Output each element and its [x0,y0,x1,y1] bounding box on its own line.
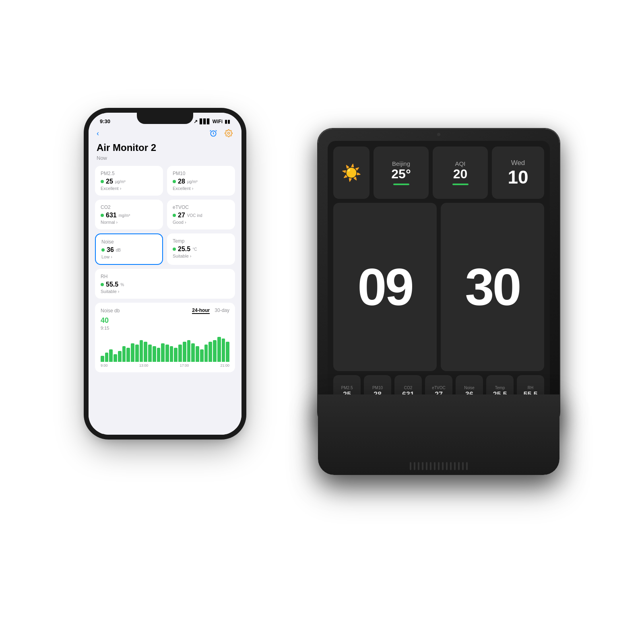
metric-noise-unit: dB [116,248,121,252]
device-date-card: Wed 10 [492,147,544,199]
device-city-card: Beijing 25° [374,147,429,199]
metric-etvoc-status: Good › [173,220,229,225]
metric-pm10-label: PM10 [173,171,229,176]
chart-bar-23 [200,349,204,362]
device-aqi-card: AQI 20 [433,147,488,199]
metric-temp-value: 25.5 [178,246,190,253]
chart-bar-26 [213,340,217,362]
metric-pm25[interactable]: PM2.5 25 μg/m³ Excellent › [95,166,163,196]
metric-temp[interactable]: Temp 25.5 °C Suitable › [167,233,235,265]
chart-bar-18 [178,345,182,362]
device-aqi-bar [452,184,469,185]
metric-etvoc-label: eTVOC [173,204,229,210]
alarm-icon[interactable] [208,128,218,138]
chart-bar-11 [148,345,152,362]
metric-noise[interactable]: Noise 36 dB Low › [95,233,163,265]
metric-pm10-status: Excellent › [173,186,229,191]
metric-temp-unit: °C [192,247,197,252]
device-housing: ☀️ Beijing 25° AQI 20 [318,129,559,427]
metric-pm25-status: Excellent › [101,186,157,191]
device-top-row: ☀️ Beijing 25° AQI 20 [333,147,544,199]
metric-etvoc-unit: VOC ind [187,213,202,218]
chart-bar-20 [187,340,191,362]
sensor-label-6: RH [528,386,533,390]
chart-bar-16 [170,346,173,362]
metric-noise-label: Noise [101,239,157,245]
device-minute: 30 [465,261,520,313]
sensor-label-1: PM10 [372,386,383,390]
metric-noise-status: Low › [101,254,157,259]
chart-title: Noise db [101,308,120,314]
battery-icon: ▮▮ [225,119,230,124]
chart-bar-12 [153,346,156,362]
metric-rh-dot [101,283,104,286]
metric-co2-dot [101,214,104,217]
metric-co2[interactable]: CO2 631 mg/m³ Normal › [95,200,163,229]
device-date: 10 [508,168,528,186]
chart-bars [101,334,229,362]
device-body [318,394,559,475]
weather-icon: ☀️ [341,165,361,181]
device-minute-card: 30 [441,203,544,371]
chart-bar-3 [114,354,117,362]
phone-content: PM2.5 25 μg/m³ Excellent › PM10 [89,166,242,372]
sensor-label-4: Noise [464,386,475,390]
chart-tab-24h[interactable]: 24-hour [192,308,210,314]
chart-bar-17 [174,348,178,362]
scene: 9:30 ↗ ▋▋▋ WiFi ▮▮ ‹ [80,80,564,564]
metric-pm10-unit: μg/m³ [187,180,198,184]
metric-pm10[interactable]: PM10 28 μg/m³ Excellent › [167,166,235,196]
signal-icon: ▋▋▋ [200,119,211,124]
device-hour-card: 09 [333,203,437,371]
metric-co2-label: CO2 [101,204,157,210]
settings-icon[interactable] [224,128,233,138]
metric-co2-value: 631 [106,212,117,219]
metric-rh-label: RH [101,274,229,279]
nav-icons [208,128,233,138]
chart-x-labels: 9:00 13:00 17:00 21:00 [101,363,229,367]
metric-rh-value: 55.5 [106,281,118,288]
chart-bar-19 [183,342,186,362]
device-aqi-value: 20 [453,167,468,181]
chart-bar-4 [118,351,122,362]
metric-pm10-value: 28 [178,178,185,185]
metric-etvoc-value: 27 [178,212,185,219]
device-aqi-label: AQI [455,160,466,167]
chart-bar-8 [135,345,139,362]
sensor-label-2: CO2 [404,386,413,390]
metric-co2-status: Normal › [101,220,157,225]
chart-header: Noise db 24-hour 30-day [101,308,229,314]
back-button[interactable]: ‹ [97,129,99,138]
chart-bar-2 [109,349,113,362]
status-icons: ↗ ▋▋▋ WiFi ▮▮ [194,119,230,124]
metric-rh[interactable]: RH 55.5 % Suitable › [95,269,235,299]
phone-nav: ‹ [89,126,242,142]
chart-time: 9:15 [101,326,229,330]
phone-notch [137,113,193,124]
chart-bar-29 [226,342,229,362]
device-day: Wed [511,159,525,167]
chart-value: 40 [101,316,229,325]
chart-bar-9 [140,340,143,362]
chart-bar-21 [191,343,195,362]
device-hour: 09 [357,261,413,313]
chart-bar-7 [131,343,134,362]
chart-tabs: 24-hour 30-day [192,308,229,314]
metric-pm25-dot [101,180,104,183]
chart-bar-15 [165,345,169,362]
chart-bar-22 [196,346,199,362]
metric-etvoc[interactable]: eTVOC 27 VOC ind Good › [167,200,235,229]
metric-temp-status: Suitable › [173,254,229,258]
metric-pm25-label: PM2.5 [101,171,157,176]
metric-noise-value: 36 [107,246,114,254]
device-city: Beijing [392,160,410,167]
metric-etvoc-dot [173,214,176,217]
chart-bar-5 [122,346,126,362]
device-weather-card: ☀️ [333,147,369,199]
chart-tab-30d[interactable]: 30-day [215,308,229,314]
chart-section: Noise db 24-hour 30-day 40 9:15 9:00 13:… [95,303,235,372]
chart-bar-1 [105,353,109,362]
phone: 9:30 ↗ ▋▋▋ WiFi ▮▮ ‹ [89,113,242,435]
phone-screen: 9:30 ↗ ▋▋▋ WiFi ▮▮ ‹ [89,113,242,435]
chart-bar-27 [217,337,221,362]
